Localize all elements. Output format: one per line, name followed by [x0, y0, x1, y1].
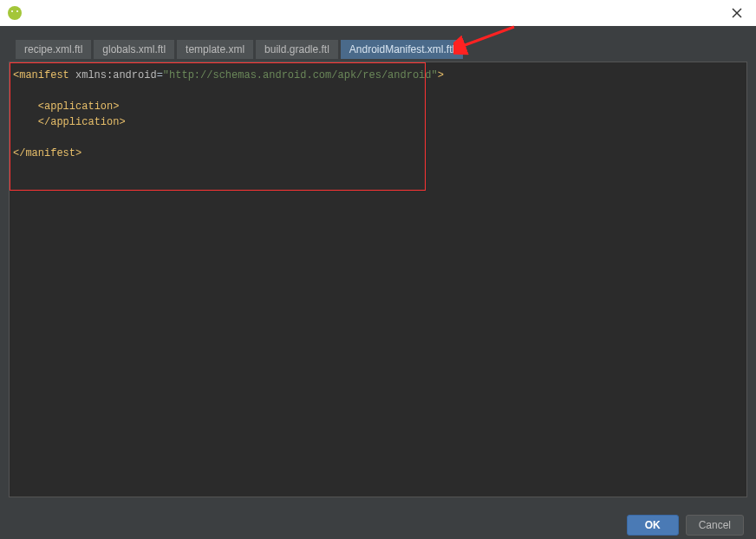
code-token: manifest: [19, 69, 69, 81]
code-token: </: [13, 147, 25, 159]
button-row: OK Cancel: [0, 506, 756, 539]
code-token: >: [438, 69, 444, 81]
code-token: application: [50, 116, 119, 128]
svg-point-0: [8, 6, 22, 20]
svg-point-2: [16, 10, 18, 12]
cancel-button[interactable]: Cancel: [686, 515, 744, 536]
code-editor[interactable]: <manifest xmlns:android="http://schemas.…: [9, 62, 747, 497]
tab-template[interactable]: template.xml: [177, 40, 253, 59]
svg-point-1: [11, 10, 13, 12]
tab-globals[interactable]: globals.xml.ftl: [94, 40, 174, 59]
code-token: xmlns:android: [69, 69, 157, 81]
code-token: application: [44, 101, 113, 113]
svg-line-6: [460, 27, 514, 47]
code-token: "http://schemas.android.com/apk/res/andr…: [163, 69, 438, 81]
main-area: recipe.xml.ftl globals.xml.ftl template.…: [0, 26, 756, 539]
code-token: >: [75, 147, 81, 159]
code-content: <manifest xmlns:android="http://schemas.…: [10, 62, 746, 166]
arrow-annotation: [453, 23, 523, 61]
close-button[interactable]: [728, 4, 746, 22]
ok-button[interactable]: OK: [627, 515, 679, 536]
code-token: manifest: [25, 147, 75, 159]
android-studio-icon: [7, 5, 23, 21]
code-token: <: [13, 101, 44, 113]
tabs-row: recipe.xml.ftl globals.xml.ftl template.…: [0, 26, 756, 59]
code-token: </: [13, 116, 50, 128]
code-token: >: [119, 116, 125, 128]
tab-buildgradle[interactable]: build.gradle.ftl: [256, 40, 338, 59]
tab-androidmanifest[interactable]: AndroidManifest.xml.ftl: [341, 40, 463, 59]
tab-recipe[interactable]: recipe.xml.ftl: [16, 40, 91, 59]
code-token: >: [113, 101, 119, 113]
code-token: =: [157, 69, 163, 81]
title-bar: [0, 0, 756, 26]
